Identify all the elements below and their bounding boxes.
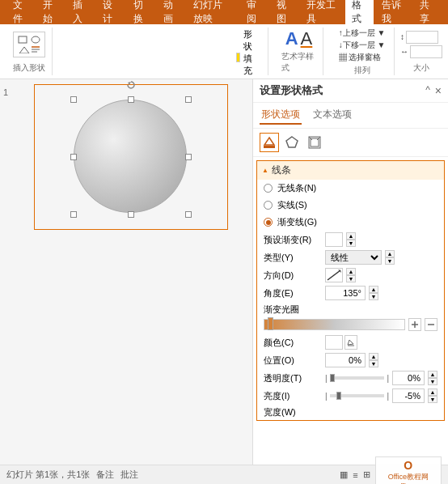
format-panel-controls: ^ × [425,84,442,97]
handle-tm[interactable] [128,96,134,103]
preset-spin-up[interactable]: ▲ [346,232,356,240]
height-input[interactable] [406,31,438,44]
svg-marker-2 [19,47,29,53]
slide-number-area: 1 [0,79,252,230]
shape-fill-btn[interactable]: 形状填充▼ [233,28,261,87]
art-styles-section: A A 艺术字样式 [275,28,323,75]
tab-design[interactable]: 设计 [96,0,125,29]
brightness-slider[interactable] [330,394,385,397]
transparency-thumb[interactable] [330,374,335,382]
circle-shape[interactable] [74,100,187,213]
tab-home[interactable]: 开始 [36,0,65,29]
tab-help[interactable]: 告诉我 [375,0,412,29]
type-select[interactable]: 线性 [325,250,382,265]
tab-review[interactable]: 审阅 [240,0,268,29]
comments-btn[interactable]: 批注 [120,469,138,481]
tab-switch[interactable]: 切换 [127,0,155,29]
selection-pane-btn[interactable]: ▦ 选择窗格 [339,52,386,63]
direction-spin-down[interactable]: ▼ [346,275,356,282]
handle-br[interactable] [185,211,192,218]
send-backward-btn[interactable]: ↓下移一层 ▼ [339,40,386,51]
stop-add-btn[interactable] [408,318,421,331]
status-bar-right: ▦ ≡ ⊞ O Office教程网 www.office26.com [340,456,442,484]
type-row: 类型(Y) 线性 ▲ ▼ [257,248,444,266]
angle-spin-down[interactable]: ▼ [369,293,378,300]
angle-row: 角度(E) ▲ ▼ [257,284,444,302]
transparency-input[interactable] [392,371,425,385]
brightness-input[interactable] [392,388,425,403]
tab-shape-options[interactable]: 形状选项 [260,106,302,125]
arrange-label: 排列 [354,65,370,76]
ribbon-toolbar: 插入形状 Abc Abc Abc ▲ ▼ ▼▼ 形状填充▼ 形状轮廓▼ ✦形状效… [0,24,448,79]
transparency-row: 透明度(T) | | ▲ ▼ [257,369,444,387]
handle-bm[interactable] [128,211,134,218]
position-spin-up[interactable]: ▲ [369,353,378,360]
tab-devtools[interactable]: 开发工具 [300,0,344,29]
transparency-slider[interactable] [330,376,385,380]
gradient-line-radio[interactable] [264,218,273,227]
expand-icon[interactable]: ^ [425,84,430,97]
direction-btn[interactable] [325,268,343,282]
no-line-radio[interactable] [264,184,273,193]
brightness-spin-up[interactable]: ▲ [428,388,437,396]
pentagon-icon[interactable] [282,133,302,152]
color-edit-btn[interactable] [344,335,357,350]
arrange-actions: ↑上移一层 ▼ ↓下移一层 ▼ ▦ 选择窗格 [339,28,386,63]
transparency-spin-down[interactable]: ▼ [428,378,437,385]
art-text-preview2: A [301,28,313,49]
color-picker-btn[interactable] [325,335,343,350]
brightness-spin-down[interactable]: ▼ [428,396,437,403]
position-input[interactable] [325,353,366,367]
tab-insert[interactable]: 插入 [66,0,95,29]
handle-bl[interactable] [70,211,77,218]
view-normal-btn[interactable]: ▦ [340,469,348,480]
tab-file[interactable]: 文件 [6,0,35,29]
preset-gradient-row: 预设渐变(R) ▲ ▼ [257,231,444,248]
brightness-spin: ▲ ▼ [428,388,437,403]
line-section: ▲ 线条 无线条(N) 实线(S) 渐变线(G) [256,160,445,421]
notes-btn[interactable]: 备注 [96,469,114,481]
tab-animation[interactable]: 动画 [157,0,185,29]
position-spin-down[interactable]: ▼ [369,360,378,367]
shape-container [70,96,192,218]
shapes-gallery-btn[interactable] [13,32,45,57]
bring-forward-btn[interactable]: ↑上移一层 ▼ [339,28,386,39]
close-icon[interactable]: × [435,84,442,97]
tab-slideshow[interactable]: 幻灯片放映 [187,0,239,29]
type-spin-down[interactable]: ▼ [385,257,395,265]
view-outline-btn[interactable]: ≡ [353,470,357,480]
handle-ml[interactable] [70,154,77,160]
gradient-stops-label: 渐变光圈 [257,302,444,317]
position-spin: ▲ ▼ [369,353,378,367]
slide-canvas[interactable] [34,84,228,230]
handle-tl[interactable] [70,96,77,103]
insert-shapes-label: 插入形状 [13,62,45,74]
insert-shapes-section: 插入形状 [6,28,53,75]
preset-gradient-btn[interactable] [325,232,343,247]
type-spin-up[interactable]: ▲ [385,250,395,257]
angle-spin-up[interactable]: ▲ [369,286,378,293]
tab-text-options[interactable]: 文本选项 [311,106,353,125]
transparency-spin-up[interactable]: ▲ [428,371,437,378]
handle-mr[interactable] [185,154,192,160]
stop-remove-btn[interactable] [425,318,437,331]
effects-icon[interactable] [305,133,324,152]
tab-view[interactable]: 视图 [270,0,298,29]
gradient-slider-row [257,317,444,333]
brightness-thumb[interactable] [336,392,341,400]
view-slide-btn[interactable]: ⊞ [363,469,370,480]
width-input[interactable] [410,45,442,58]
gradient-track[interactable] [264,319,405,330]
gradient-stop-1[interactable] [268,317,273,330]
solid-line-radio[interactable] [264,201,273,210]
tab-share[interactable]: 共享 [413,0,442,29]
tab-format[interactable]: 格式 [345,0,374,29]
preset-spin-down[interactable]: ▼ [346,240,356,247]
line-section-header[interactable]: ▲ 线条 [257,161,444,180]
handle-tr[interactable] [185,96,192,103]
rotate-handle[interactable] [126,80,136,90]
angle-input[interactable] [325,286,366,300]
direction-spin-up[interactable]: ▲ [346,268,356,275]
fill-icon[interactable] [260,133,279,152]
art-styles-label: 艺术字样式 [281,51,316,74]
